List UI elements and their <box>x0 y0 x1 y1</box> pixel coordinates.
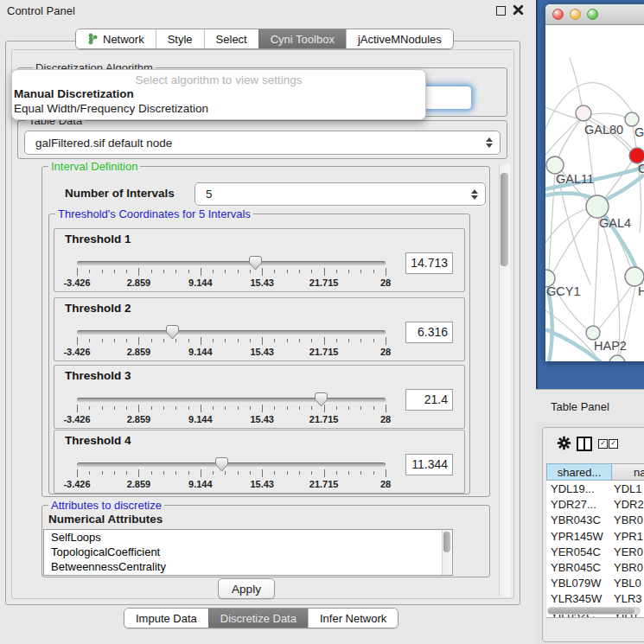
network-edge[interactable] <box>594 218 599 326</box>
apply-button[interactable]: Apply <box>218 578 275 599</box>
node-attribute-table[interactable]: shared... na YDL19...YDL1YDR27...YDR2YBR… <box>546 463 644 617</box>
network-node[interactable] <box>609 355 625 361</box>
zoom-light[interactable] <box>587 9 598 20</box>
threshold-4-value-field[interactable]: 11.344 <box>405 454 453 475</box>
algorithm-option-manual-discretization[interactable]: Manual Discretization <box>14 87 134 100</box>
table-row[interactable]: YPR145WYPR1 <box>546 529 644 545</box>
cell-name[interactable]: YER0 <box>614 545 643 560</box>
table-row[interactable]: YBR045CYBR0 <box>546 560 644 576</box>
network-node-gal4[interactable] <box>586 195 609 218</box>
network-canvas[interactable]: GAL80GACGAL11GAL4GCY1HHAP2 <box>545 25 644 361</box>
cell-shared-name[interactable]: YBL079W <box>551 576 602 591</box>
network-node-h[interactable] <box>625 267 644 286</box>
table-row[interactable]: YDL19...YDL1 <box>546 481 644 497</box>
cell-name[interactable]: YBL0 <box>614 576 641 591</box>
tab-impute-data[interactable]: Impute Data <box>124 609 208 628</box>
table-row[interactable]: YBL079WYBL0 <box>546 576 644 591</box>
minimize-light[interactable] <box>570 9 581 20</box>
cell-shared-name[interactable]: YDL19... <box>551 481 595 497</box>
table-row[interactable]: YER054CYER0 <box>546 545 644 560</box>
threshold-1-slider-thumb[interactable] <box>249 256 262 271</box>
table-row[interactable]: YLR345WYLR3 <box>546 591 644 607</box>
number-of-intervals-value: 5 <box>195 188 470 201</box>
tab-select[interactable]: Select <box>204 29 258 48</box>
attributes-list-scrollbar[interactable] <box>442 530 452 575</box>
cell-shared-name[interactable]: YBR045C <box>551 560 601 576</box>
cell-name[interactable]: YDR2 <box>614 497 644 513</box>
threshold-1-value-field[interactable]: 14.713 <box>405 252 453 274</box>
tab-jactivemnodules[interactable]: jActiveMNodules <box>346 29 453 48</box>
checkbox-icon[interactable]: ✓ <box>598 439 608 449</box>
panel-scrollbar-thumb[interactable] <box>501 173 508 266</box>
attribute-item-topologicalcoefficient[interactable]: TopologicalCoefficient <box>44 545 452 559</box>
threshold-3-slider-thumb[interactable] <box>315 392 328 407</box>
threshold-4-slider-track[interactable] <box>77 462 386 467</box>
network-window-titlebar[interactable] <box>545 4 644 25</box>
cell-shared-name[interactable]: YER054C <box>551 545 601 560</box>
number-of-intervals-combobox[interactable]: 5 <box>194 182 486 206</box>
network-edge[interactable] <box>570 58 582 105</box>
checkbox-icon[interactable]: ✓ <box>609 439 618 449</box>
network-edge-thick[interactable] <box>603 175 644 201</box>
network-edge[interactable] <box>558 174 590 284</box>
network-edge[interactable] <box>558 120 580 157</box>
cell-name[interactable]: YDL1 <box>614 481 642 497</box>
threshold-2-slider-thumb[interactable] <box>166 325 179 340</box>
tab-style[interactable]: Style <box>156 29 204 48</box>
spinner-arrows-icon <box>470 189 478 200</box>
network-edge[interactable] <box>553 215 591 272</box>
network-edge[interactable] <box>589 113 626 118</box>
column-header-shared-name[interactable]: shared... <box>546 463 612 481</box>
threshold-3-value-field[interactable]: 21.4 <box>405 389 453 411</box>
network-node-gal80[interactable] <box>576 105 591 121</box>
network-edge-thick[interactable] <box>548 290 552 361</box>
cell-shared-name[interactable]: YDR27... <box>551 497 596 513</box>
network-edge[interactable] <box>545 114 583 155</box>
column-header-name[interactable]: na <box>612 463 644 481</box>
threshold-3-slider-track[interactable] <box>77 398 386 402</box>
algorithm-popup-hint: Select algorithm to view settings <box>12 73 425 86</box>
attribute-item-selfloops[interactable]: SelfLoops <box>44 530 452 545</box>
cell-name[interactable]: YPR1 <box>614 529 643 545</box>
threshold-2-value-field[interactable]: 6.316 <box>405 322 453 343</box>
close-icon[interactable] <box>513 4 524 16</box>
threshold-2-slider-track[interactable] <box>77 330 386 335</box>
network-edge[interactable] <box>545 83 632 129</box>
network-node-hap2[interactable] <box>586 326 600 340</box>
network-edge[interactable] <box>545 107 577 118</box>
network-node-gal11[interactable] <box>546 156 564 174</box>
tab-infer-network[interactable]: Infer Network <box>308 609 398 628</box>
tab-cyni-toolbox[interactable]: Cyni Toolbox <box>258 29 346 48</box>
table-row[interactable]: YDR27...YDR2 <box>546 497 644 513</box>
table-row[interactable]: YBR043CYBR0 <box>546 513 644 528</box>
split-view-icon[interactable] <box>577 437 592 451</box>
threshold-1-slider-track[interactable] <box>77 261 386 265</box>
algorithm-option-equal-width-frequency-discretization[interactable]: Equal Width/Frequency Discretization <box>14 102 208 115</box>
cell-name[interactable]: YBR0 <box>614 513 643 528</box>
tab-discretize-data[interactable]: Discretize Data <box>208 609 308 628</box>
network-view-window[interactable]: GAL80GACGAL11GAL4GCY1HHAP2 <box>545 4 644 361</box>
cell-shared-name[interactable]: YBR043C <box>551 513 601 528</box>
table-scrollbar-thumb[interactable] <box>548 608 634 614</box>
network-edge[interactable] <box>601 217 620 356</box>
network-edge[interactable] <box>599 285 632 328</box>
cell-name[interactable]: YBR0 <box>614 560 643 576</box>
float-window-icon[interactable] <box>496 6 506 16</box>
table-data-combobox[interactable]: galFiltered.sif default node <box>24 131 501 155</box>
table-horizontal-scrollbar[interactable] <box>547 607 641 615</box>
cell-shared-name[interactable]: YLR345W <box>551 591 602 607</box>
tab-network[interactable]: Network <box>76 29 156 48</box>
minor-tick <box>311 270 312 273</box>
numerical-attributes-list[interactable]: SelfLoopsTopologicalCoefficientBetweenne… <box>43 529 453 576</box>
major-tick <box>201 337 201 345</box>
attribute-item-betweennesscentrality[interactable]: BetweennessCentrality <box>44 559 452 574</box>
panel-vertical-scrollbar[interactable] <box>499 164 510 596</box>
network-graph[interactable]: GAL80GACGAL11GAL4GCY1HHAP2 <box>545 25 644 361</box>
close-light[interactable] <box>552 9 564 20</box>
threshold-4-slider-thumb[interactable] <box>215 457 228 472</box>
cell-shared-name[interactable]: YPR145W <box>551 529 603 545</box>
attributes-scrollbar-thumb[interactable] <box>443 532 450 552</box>
gear-icon[interactable] <box>557 436 571 450</box>
network-node-ga[interactable] <box>625 112 639 126</box>
cell-name[interactable]: YLR3 <box>614 591 642 607</box>
